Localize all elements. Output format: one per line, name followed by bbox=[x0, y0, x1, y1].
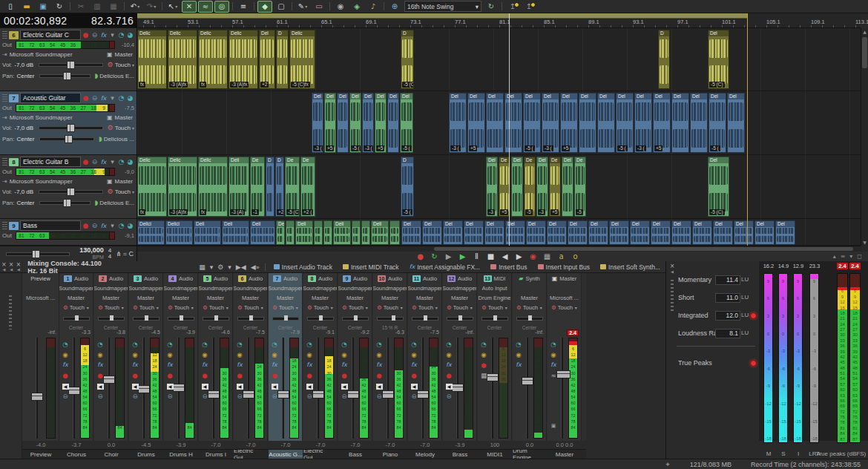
fx-bypass-icon[interactable]: fx bbox=[99, 32, 108, 39]
fader-thumb[interactable] bbox=[173, 384, 185, 392]
record-arm-icon[interactable]: ● bbox=[270, 371, 279, 380]
strip-name[interactable]: Chorus bbox=[59, 450, 93, 459]
strip-name[interactable]: Preview bbox=[22, 450, 59, 459]
strip-automation-row[interactable]: ⚙Touch▾ bbox=[478, 303, 511, 312]
mute-icon[interactable]: ⊖ bbox=[91, 222, 99, 229]
strip-name[interactable]: Drums H bbox=[164, 450, 198, 459]
mute-icon[interactable]: ⊖ bbox=[96, 392, 105, 401]
pan-slider[interactable] bbox=[307, 317, 334, 321]
volume-slider-thumb[interactable] bbox=[67, 61, 75, 69]
audio-clip[interactable]: D-5 ( bbox=[401, 157, 414, 217]
interleave-icon[interactable]: ◔ bbox=[410, 340, 418, 349]
strip-automation-row[interactable]: ⚙Touch▾ bbox=[338, 303, 372, 312]
gain-knob-icon[interactable]: ◉ bbox=[235, 350, 244, 359]
automation-mode[interactable]: Touch bbox=[115, 125, 131, 131]
automation-gear-icon[interactable]: ⚙ bbox=[133, 304, 138, 311]
audiosnap-icon[interactable]: ◈ bbox=[349, 1, 364, 13]
audio-clip[interactable]: Deli bbox=[222, 220, 249, 245]
chevron-down-icon[interactable]: ▾ bbox=[132, 125, 134, 131]
pan-slider[interactable] bbox=[447, 317, 473, 321]
strip-input-row[interactable]: Soundmapper bbox=[303, 283, 337, 292]
fader-track[interactable] bbox=[247, 338, 249, 439]
select-tool-icon[interactable]: ▢ bbox=[274, 1, 289, 13]
audio-clip[interactable] bbox=[389, 220, 400, 245]
channel-strip[interactable]: ▣MasterMicrosoft ...⚙Touch▾2.46121824303… bbox=[548, 273, 582, 441]
record-arm-icon[interactable]: ● bbox=[165, 371, 174, 380]
audio-clip[interactable]: Del bbox=[484, 220, 504, 245]
view-grid-icon[interactable]: ▦ bbox=[199, 263, 206, 271]
automation-gear-icon[interactable]: ⚙ bbox=[98, 304, 103, 311]
record-button[interactable]: ● bbox=[413, 252, 427, 261]
gain-knob-icon[interactable]: ◉ bbox=[340, 350, 349, 359]
strip-output-row[interactable]: Master bbox=[408, 293, 441, 302]
strip-output-row[interactable]: Master bbox=[303, 293, 337, 302]
step-sequencer-button[interactable]: ▦ bbox=[540, 252, 554, 261]
automation-gear-icon[interactable]: ⚙ bbox=[481, 304, 487, 311]
audio-clip[interactable]: De-5 bbox=[524, 157, 536, 217]
fader-track[interactable] bbox=[212, 338, 214, 439]
fader-thumb[interactable] bbox=[522, 377, 533, 385]
go-to-start-button[interactable]: ◀ bbox=[498, 252, 512, 261]
mute-icon[interactable]: ⊖ bbox=[235, 392, 244, 401]
strip-output-row[interactable]: Master bbox=[94, 293, 128, 302]
chevron-down-icon[interactable]: ▾ bbox=[108, 222, 116, 229]
fx-bin-icon[interactable]: fx bbox=[165, 361, 174, 370]
audio-clip[interactable]: Del-5 ( bbox=[616, 93, 634, 153]
playhead-line[interactable] bbox=[509, 13, 510, 246]
audio-clip[interactable]: De bbox=[276, 220, 285, 245]
dock-drag-handle[interactable] bbox=[9, 295, 12, 329]
chevron-down-icon[interactable]: ▾ bbox=[305, 4, 307, 9]
strip-volume-value[interactable]: -7.0 bbox=[373, 441, 407, 449]
audio-clip[interactable]: Del bbox=[526, 220, 546, 245]
pan-slider-thumb[interactable] bbox=[458, 315, 462, 321]
groove-refresh-icon[interactable]: ↻ bbox=[484, 1, 499, 13]
audio-clip[interactable]: D-5 (C) bbox=[401, 30, 414, 89]
audio-clip[interactable]: Del+5 bbox=[560, 93, 578, 153]
input-echo-icon[interactable]: ◀ bbox=[96, 381, 105, 390]
dock-expand-icon[interactable]: ▴ bbox=[833, 253, 836, 260]
pan-slider[interactable] bbox=[39, 201, 90, 205]
insert-soft-synth-button[interactable]: Insert Soft Synth... bbox=[600, 263, 660, 271]
fader-track[interactable] bbox=[526, 338, 528, 439]
audio-clip[interactable]: Delicfx bbox=[198, 157, 228, 217]
strip-output-row[interactable]: Master bbox=[59, 293, 93, 302]
volume-slider-thumb[interactable] bbox=[67, 124, 75, 132]
automation-write-icon[interactable]: ◕ bbox=[126, 158, 134, 165]
channel-strip[interactable]: 9AudioSoundmapperMaster⚙Touch▾Center-9.2… bbox=[338, 273, 372, 441]
pan-slider[interactable] bbox=[237, 317, 264, 321]
key-signature[interactable]: ⋔ = C bbox=[116, 250, 134, 258]
cut-icon[interactable]: ✂ bbox=[73, 1, 88, 13]
strip-automation-row[interactable]: ⚙Touch▾ bbox=[443, 303, 476, 312]
track-name-input[interactable]: Electric Guitar C bbox=[20, 30, 81, 40]
input-echo-icon[interactable]: ◀ bbox=[444, 381, 453, 390]
strip-name[interactable]: Electric Gui... bbox=[234, 450, 268, 459]
fader-track[interactable] bbox=[36, 338, 38, 439]
gain-knob-icon[interactable]: ◉ bbox=[444, 350, 453, 359]
loop-button[interactable]: ↻ bbox=[427, 252, 441, 261]
audio-clip[interactable]: Del bbox=[443, 220, 463, 245]
strip-output-row[interactable]: Master bbox=[234, 293, 267, 302]
strip-output-row[interactable]: Master bbox=[129, 293, 162, 302]
strip-automation-row[interactable]: ⚙Touch▾ bbox=[164, 303, 197, 312]
automation-gear-icon[interactable]: ⚙ bbox=[237, 304, 243, 311]
fx-bin-icon[interactable]: fx bbox=[235, 361, 244, 370]
strip-volume-value[interactable]: -7.0 bbox=[234, 441, 268, 449]
strip-automation-row[interactable]: ⚙Touch▾ bbox=[199, 303, 232, 312]
sync-icon[interactable]: ↻ bbox=[52, 1, 67, 13]
record-arm-icon[interactable]: ● bbox=[82, 222, 90, 229]
loop-end-marker-line[interactable] bbox=[747, 13, 748, 246]
play-button[interactable]: ▶ bbox=[456, 252, 470, 261]
interleave-icon[interactable]: ◔ bbox=[549, 340, 558, 349]
strip-input-row[interactable]: Soundmapper bbox=[94, 283, 128, 292]
chevron-down-icon[interactable]: ▾ bbox=[261, 305, 263, 310]
audio-clip[interactable]: Del bbox=[464, 220, 484, 245]
strip-automation-row[interactable]: ⚙Touch▾ bbox=[94, 303, 128, 312]
volume-slider[interactable] bbox=[39, 63, 102, 67]
track-header[interactable]: 6Electric Guitar C●⊖fx▾◔◕Out817263544536… bbox=[0, 28, 137, 91]
dock-close-icon[interactable]: ◻ bbox=[857, 253, 862, 260]
chevron-down-icon[interactable]: ▾ bbox=[108, 158, 116, 165]
insert-assignable-fx-button[interactable]: fxInsert Assignable FX... bbox=[410, 263, 481, 271]
strip-automation-row[interactable]: ⚙Touch▾ bbox=[373, 303, 407, 312]
narrow-strips-icon[interactable]: ▶◀ bbox=[236, 263, 246, 271]
strip-input-row[interactable]: Soundmapper bbox=[199, 283, 232, 292]
